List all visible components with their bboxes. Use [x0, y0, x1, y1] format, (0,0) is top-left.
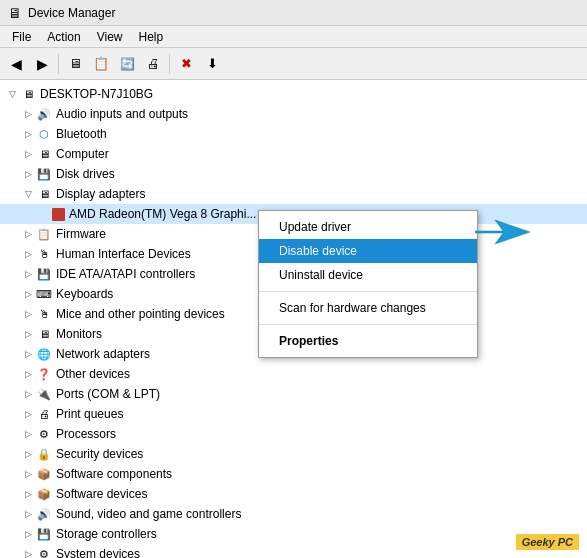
context-menu: Update driver Disable device Uninstall d… — [258, 210, 478, 358]
network-icon: 🌐 — [36, 346, 52, 362]
display-label: Display adapters — [56, 187, 145, 201]
expand-sw-components[interactable]: ▷ — [20, 466, 36, 482]
display-icon: 🖥 — [36, 186, 52, 202]
main-content: ▽ 🖥 DESKTOP-N7J10BG ▷ 🔊 Audio inputs and… — [0, 80, 587, 558]
tree-item-security[interactable]: ▷ 🔒 Security devices — [0, 444, 587, 464]
expand-firmware[interactable]: ▷ — [20, 226, 36, 242]
expand-mice[interactable]: ▷ — [20, 306, 36, 322]
tree-item-system[interactable]: ▷ ⚙ System devices — [0, 544, 587, 558]
hid-icon: 🖱 — [36, 246, 52, 262]
expand-print[interactable]: ▷ — [20, 406, 36, 422]
expand-disk[interactable]: ▷ — [20, 166, 36, 182]
expand-ports[interactable]: ▷ — [20, 386, 36, 402]
tree-root[interactable]: ▽ 🖥 DESKTOP-N7J10BG — [0, 84, 587, 104]
arrow-indicator — [475, 218, 525, 248]
menu-view[interactable]: View — [89, 28, 131, 46]
svg-marker-0 — [475, 220, 530, 244]
expand-other[interactable]: ▷ — [20, 366, 36, 382]
tree-item-audio[interactable]: ▷ 🔊 Audio inputs and outputs — [0, 104, 587, 124]
toolbar-back[interactable]: ◀ — [4, 52, 28, 76]
tree-item-computer[interactable]: ▷ 🖥 Computer — [0, 144, 587, 164]
tree-item-sw-devices[interactable]: ▷ 📦 Software devices — [0, 484, 587, 504]
security-label: Security devices — [56, 447, 143, 461]
expand-processors[interactable]: ▷ — [20, 426, 36, 442]
sw-components-icon: 📦 — [36, 466, 52, 482]
tree-item-sw-components[interactable]: ▷ 📦 Software components — [0, 464, 587, 484]
tree-item-display[interactable]: ▽ 🖥 Display adapters — [0, 184, 587, 204]
hid-label: Human Interface Devices — [56, 247, 191, 261]
ctx-uninstall-device[interactable]: Uninstall device — [259, 263, 477, 287]
monitors-icon: 🖥 — [36, 326, 52, 342]
tree-item-print[interactable]: ▷ 🖨 Print queues — [0, 404, 587, 424]
bluetooth-label: Bluetooth — [56, 127, 107, 141]
storage-icon: 💾 — [36, 526, 52, 542]
expand-storage[interactable]: ▷ — [20, 526, 36, 542]
disk-label: Disk drives — [56, 167, 115, 181]
sw-devices-icon: 📦 — [36, 486, 52, 502]
print-label: Print queues — [56, 407, 123, 421]
processors-icon: ⚙ — [36, 426, 52, 442]
toolbar-sep-1 — [58, 54, 59, 74]
ctx-update-driver[interactable]: Update driver — [259, 215, 477, 239]
firmware-label: Firmware — [56, 227, 106, 241]
watermark: Geeky PC — [516, 534, 579, 550]
expand-security[interactable]: ▷ — [20, 446, 36, 462]
menu-bar: File Action View Help — [0, 26, 587, 48]
storage-label: Storage controllers — [56, 527, 157, 541]
keyboards-label: Keyboards — [56, 287, 113, 301]
expand-sound[interactable]: ▷ — [20, 506, 36, 522]
expand-root[interactable]: ▽ — [4, 86, 20, 102]
toolbar-computer[interactable]: 🖥 — [63, 52, 87, 76]
ctx-scan-hardware[interactable]: Scan for hardware changes — [259, 296, 477, 320]
root-label: DESKTOP-N7J10BG — [40, 87, 153, 101]
expand-system[interactable]: ▷ — [20, 546, 36, 558]
tree-item-ports[interactable]: ▷ 🔌 Ports (COM & LPT) — [0, 384, 587, 404]
other-label: Other devices — [56, 367, 130, 381]
tree-item-sound[interactable]: ▷ 🔊 Sound, video and game controllers — [0, 504, 587, 524]
ctx-disable-device[interactable]: Disable device — [259, 239, 477, 263]
expand-bluetooth[interactable]: ▷ — [20, 126, 36, 142]
ctx-sep-1 — [259, 291, 477, 292]
expand-ide[interactable]: ▷ — [20, 266, 36, 282]
ports-icon: 🔌 — [36, 386, 52, 402]
mice-icon: 🖱 — [36, 306, 52, 322]
network-label: Network adapters — [56, 347, 150, 361]
expand-monitors[interactable]: ▷ — [20, 326, 36, 342]
toolbar-properties[interactable]: 📋 — [89, 52, 113, 76]
menu-action[interactable]: Action — [39, 28, 88, 46]
toolbar-print[interactable]: 🖨 — [141, 52, 165, 76]
expand-display[interactable]: ▽ — [20, 186, 36, 202]
title-bar: 🖥 Device Manager — [0, 0, 587, 26]
tree-item-storage[interactable]: ▷ 💾 Storage controllers — [0, 524, 587, 544]
tree-item-processors[interactable]: ▷ ⚙ Processors — [0, 424, 587, 444]
expand-keyboards[interactable]: ▷ — [20, 286, 36, 302]
toolbar-forward[interactable]: ▶ — [30, 52, 54, 76]
expand-network[interactable]: ▷ — [20, 346, 36, 362]
expand-sw-devices[interactable]: ▷ — [20, 486, 36, 502]
toolbar-update[interactable]: 🔄 — [115, 52, 139, 76]
audio-icon: 🔊 — [36, 106, 52, 122]
bluetooth-icon: ⬡ — [36, 126, 52, 142]
toolbar-remove[interactable]: ✖ — [174, 52, 198, 76]
toolbar: ◀ ▶ 🖥 📋 🔄 🖨 ✖ ⬇ — [0, 48, 587, 80]
menu-file[interactable]: File — [4, 28, 39, 46]
amd-label: AMD Radeon(TM) Vega 8 Graphi... — [69, 207, 256, 221]
tree-item-bluetooth[interactable]: ▷ ⬡ Bluetooth — [0, 124, 587, 144]
toolbar-install[interactable]: ⬇ — [200, 52, 224, 76]
expand-computer[interactable]: ▷ — [20, 146, 36, 162]
ctx-sep-2 — [259, 324, 477, 325]
firmware-icon: 📋 — [36, 226, 52, 242]
title-bar-text: Device Manager — [28, 6, 115, 20]
expand-audio[interactable]: ▷ — [20, 106, 36, 122]
title-bar-icon: 🖥 — [8, 5, 22, 21]
tree-item-other[interactable]: ▷ ❓ Other devices — [0, 364, 587, 384]
menu-help[interactable]: Help — [131, 28, 172, 46]
tree-item-disk[interactable]: ▷ 💾 Disk drives — [0, 164, 587, 184]
processors-label: Processors — [56, 427, 116, 441]
print-icon: 🖨 — [36, 406, 52, 422]
ide-icon: 💾 — [36, 266, 52, 282]
sw-components-label: Software components — [56, 467, 172, 481]
ctx-properties[interactable]: Properties — [259, 329, 477, 353]
ide-label: IDE ATA/ATAPI controllers — [56, 267, 195, 281]
expand-hid[interactable]: ▷ — [20, 246, 36, 262]
